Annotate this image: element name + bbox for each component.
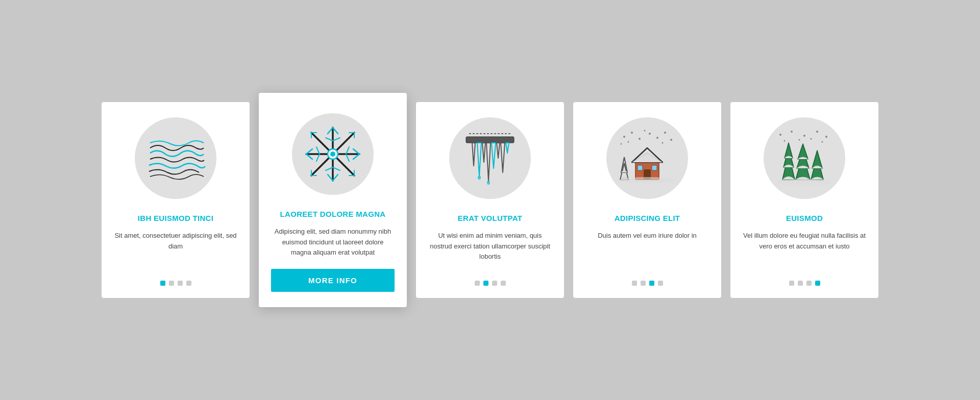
svg-point-42 [623,136,625,138]
card-2-body: Adipiscing elit, sed diam nonummy nibh e… [271,227,395,257]
svg-marker-34 [482,143,485,162]
svg-marker-37 [497,143,500,158]
svg-point-60 [619,177,675,183]
svg-point-45 [649,133,651,135]
dot [501,281,506,286]
card-1-title: IBH EUISMOD TINCI [138,213,213,223]
svg-point-50 [628,141,629,143]
card-3: ERAT VOLUTPAT Ut wisi enim ad minim veni… [416,102,564,298]
dot [632,281,637,286]
svg-marker-35 [486,143,491,181]
dot [475,281,480,286]
dot [483,281,488,286]
card-1: IBH EUISMOD TINCI Sit amet, consectetuer… [102,102,250,298]
svg-line-15 [333,167,340,170]
dot [186,281,191,286]
dot [492,281,497,286]
card-4-title: ADIPISCING ELIT [615,213,680,223]
dot [178,281,183,286]
svg-marker-36 [492,143,496,168]
svg-point-68 [811,138,812,140]
dot [649,281,654,286]
icon-circle-3 [449,117,531,199]
svg-line-14 [326,167,333,170]
svg-point-51 [644,130,646,132]
svg-rect-57 [652,165,657,170]
card-3-body: Ut wisi enim ad minim veniam, quis nostr… [428,231,552,269]
svg-point-66 [784,140,786,142]
svg-point-43 [631,132,633,134]
svg-point-78 [776,180,832,186]
svg-point-48 [670,139,672,141]
svg-point-40 [478,176,481,180]
card-1-dots [160,281,191,286]
dot [806,281,812,286]
icon-circle-5 [764,117,845,199]
svg-point-46 [656,137,658,139]
dot [798,281,803,286]
svg-point-47 [664,132,666,134]
card-5-title: EUISMOD [786,213,823,223]
card-5-body: Vel illum dolore eu feugiat nulla facili… [743,231,866,269]
card-5-dots [789,281,820,286]
svg-line-17 [316,154,320,161]
snow-house-icon [614,128,680,189]
svg-point-65 [825,136,827,138]
svg-line-19 [346,154,349,161]
dot [815,281,820,286]
card-2: LAOREET DOLORE MAGNA Adipiscing elit, se… [259,93,407,307]
svg-point-49 [621,143,622,145]
svg-point-61 [779,134,781,136]
icon-circle-2 [292,113,374,195]
cards-container: IBH EUISMOD TINCI Sit amet, consectetuer… [71,82,909,318]
card-1-body: Sit amet, consectetuer adipiscing elit, … [114,231,237,269]
svg-point-63 [803,135,805,137]
svg-marker-33 [477,143,481,176]
svg-rect-56 [638,165,643,170]
dot [789,281,794,286]
card-4: ADIPISCING ELIT Duis autem vel eum iriur… [573,102,721,298]
card-2-title: LAOREET DOLORE MAGNA [280,209,386,219]
card-3-title: ERAT VOLUTPAT [458,213,522,223]
dot [169,281,174,286]
svg-point-44 [639,138,641,140]
more-info-button[interactable]: MORE INFO [271,269,395,292]
svg-line-18 [346,147,349,154]
svg-line-12 [326,138,333,141]
svg-marker-39 [506,143,509,153]
card-5: EUISMOD Vel illum dolore eu feugiat null… [730,102,878,298]
card-3-dots [475,281,506,286]
card-4-body: Duis autem vel eum iriure dolor in [598,231,697,269]
svg-point-69 [822,141,823,143]
icicles-icon [462,128,518,189]
icon-circle-4 [606,117,688,199]
svg-marker-32 [472,143,475,166]
snow-trees-icon [771,128,838,189]
dot [658,281,663,286]
snowflake-icon [302,123,363,185]
card-4-dots [632,281,663,286]
svg-line-13 [333,138,340,141]
dot [641,281,646,286]
wavy-lines-icon [145,133,206,184]
icon-circle-1 [135,117,216,199]
svg-rect-30 [466,137,514,143]
svg-marker-38 [501,143,505,172]
svg-point-62 [791,131,793,133]
svg-point-67 [799,139,800,141]
svg-line-16 [316,147,320,154]
svg-point-41 [487,181,490,185]
dot [160,281,165,286]
svg-point-64 [816,131,818,133]
svg-point-29 [330,152,335,157]
svg-point-52 [662,142,664,144]
